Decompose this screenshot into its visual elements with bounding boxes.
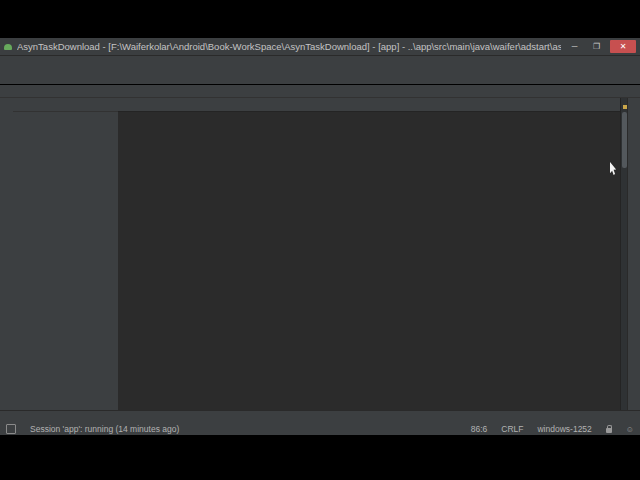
editor-tabs (118, 98, 620, 112)
hector-inspections-icon[interactable]: ☺ (626, 425, 634, 434)
minimize-button[interactable]: ─ (566, 40, 583, 53)
encoding-indicator[interactable]: windows-1252 (537, 424, 591, 434)
maximize-button[interactable]: ❐ (588, 40, 605, 53)
window-title: AsynTaskDownload - [F:\Waiferkolar\Andro… (17, 41, 561, 52)
main-toolbar (0, 69, 640, 84)
toolwindow-bar (0, 410, 640, 423)
warning-stripe-mark[interactable] (623, 105, 627, 109)
main-area (0, 98, 640, 410)
breadcrumb (0, 85, 640, 98)
line-ending-indicator[interactable]: CRLF (501, 424, 523, 434)
menu-bar (0, 56, 640, 69)
project-panel (13, 98, 119, 410)
left-toolwindow-stripe (0, 98, 14, 410)
toolwindow-toggle-icon[interactable] (6, 424, 16, 434)
title-bar: AsynTaskDownload - [F:\Waiferkolar\Andro… (0, 38, 640, 56)
status-bar: Session 'app': running (14 minutes ago) … (0, 423, 640, 435)
caret-position[interactable]: 86:6 (471, 424, 488, 434)
readonly-lock-icon[interactable] (606, 428, 612, 433)
android-studio-window: AsynTaskDownload - [F:\Waiferkolar\Andro… (0, 0, 640, 480)
right-toolwindow-stripe (627, 98, 640, 410)
close-button[interactable]: ✕ (610, 40, 636, 53)
editor-area (118, 98, 620, 410)
project-view-header (13, 98, 118, 112)
android-studio-logo-icon (4, 44, 12, 50)
status-message: Session 'app': running (14 minutes ago) (30, 424, 457, 434)
